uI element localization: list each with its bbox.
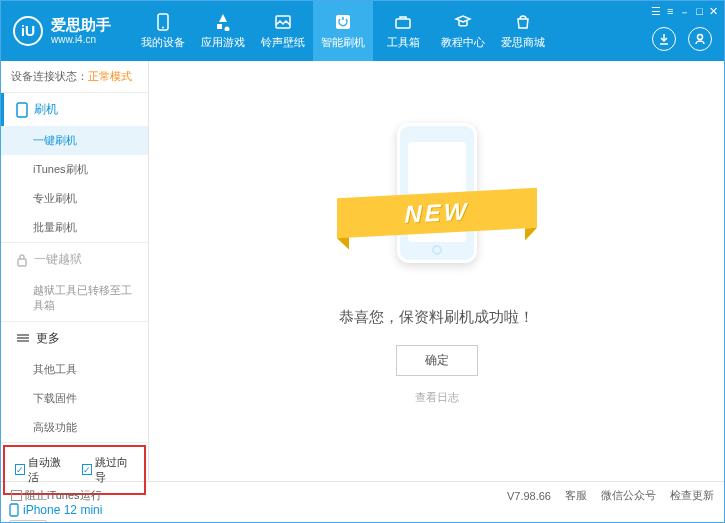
nav-label: 工具箱 [387, 35, 420, 50]
status-label: 设备连接状态： [11, 70, 88, 82]
svg-rect-6 [17, 103, 27, 117]
device-status: 设备连接状态：正常模式 [1, 61, 148, 93]
sidebar-item-itunes-flash[interactable]: iTunes刷机 [1, 155, 148, 184]
jailbreak-note: 越狱工具已转移至工具箱 [1, 276, 148, 321]
sidebar-item-batch-flash[interactable]: 批量刷机 [1, 213, 148, 242]
flash-icon [334, 13, 352, 31]
success-message: 恭喜您，保资料刷机成功啦！ [339, 308, 534, 327]
nav-label: 应用游戏 [201, 35, 245, 50]
status-value: 正常模式 [88, 70, 132, 82]
brand-name: 爱思助手 [51, 16, 111, 34]
nav-apps-games[interactable]: 应用游戏 [193, 1, 253, 61]
user-button[interactable] [688, 27, 712, 51]
checkbox-icon [11, 490, 22, 501]
nav-bar: 我的设备 应用游戏 铃声壁纸 智能刷机 工具箱 教程中心 爱思商城 [133, 1, 553, 61]
check-icon: ✓ [15, 464, 25, 475]
checkbox-label: 跳过向导 [95, 455, 134, 485]
sidebar-item-pro-flash[interactable]: 专业刷机 [1, 184, 148, 213]
new-ribbon: NEW [337, 187, 537, 237]
main-content: NEW 恭喜您，保资料刷机成功啦！ 确定 查看日志 [149, 61, 724, 481]
body: 设备连接状态：正常模式 刷机 一键刷机 iTunes刷机 专业刷机 批量刷机 一… [1, 61, 724, 481]
more-icon [16, 333, 30, 343]
svg-rect-8 [10, 504, 18, 516]
version-label: V7.98.66 [507, 490, 551, 502]
svg-point-5 [698, 35, 703, 40]
view-log-link[interactable]: 查看日志 [415, 390, 459, 405]
lock-icon [16, 253, 28, 267]
nav-smart-flash[interactable]: 智能刷机 [313, 1, 373, 61]
footer-wechat[interactable]: 微信公众号 [601, 488, 656, 503]
wallpaper-icon [274, 13, 292, 31]
section-title: 更多 [36, 330, 60, 347]
sidebar-more-header[interactable]: 更多 [1, 322, 148, 355]
section-title: 一键越狱 [34, 251, 82, 268]
checkbox-label: 阻止iTunes运行 [25, 488, 102, 503]
checkbox-skip-guide[interactable]: ✓ 跳过向导 [82, 455, 135, 485]
window-controls: ☰ ≡ － □ ✕ [651, 5, 718, 20]
ok-button[interactable]: 确定 [396, 345, 478, 376]
nav-my-device[interactable]: 我的设备 [133, 1, 193, 61]
success-illustration: NEW [327, 118, 547, 278]
footer-update[interactable]: 检查更新 [670, 488, 714, 503]
nav-tutorials[interactable]: 教程中心 [433, 1, 493, 61]
menu-icon[interactable]: ☰ [651, 5, 661, 20]
toolbox-icon [394, 13, 412, 31]
maximize-icon[interactable]: □ [696, 5, 703, 20]
check-icon: ✓ [82, 464, 92, 475]
sidebar-item-download-firmware[interactable]: 下载固件 [1, 384, 148, 413]
nav-ringtones[interactable]: 铃声壁纸 [253, 1, 313, 61]
device-name: iPhone 12 mini [23, 503, 102, 517]
checkbox-block-itunes[interactable]: 阻止iTunes运行 [11, 488, 102, 503]
sidebar-jailbreak-header[interactable]: 一键越狱 [1, 243, 148, 276]
nav-toolbox[interactable]: 工具箱 [373, 1, 433, 61]
header: iU 爱思助手 www.i4.cn 我的设备 应用游戏 铃声壁纸 智能刷机 工具… [1, 1, 724, 61]
logo-area: iU 爱思助手 www.i4.cn [1, 16, 123, 46]
sidebar-item-oneclick-flash[interactable]: 一键刷机 [1, 126, 148, 155]
svg-point-1 [162, 26, 164, 28]
device-phone-icon [9, 503, 19, 517]
download-button[interactable] [652, 27, 676, 51]
logo-icon: iU [13, 16, 43, 46]
apps-icon [214, 13, 232, 31]
nav-store[interactable]: 爱思商城 [493, 1, 553, 61]
ribbon-text: NEW [404, 197, 469, 228]
svg-rect-7 [18, 259, 26, 266]
sidebar: 设备连接状态：正常模式 刷机 一键刷机 iTunes刷机 专业刷机 批量刷机 一… [1, 61, 149, 481]
nav-label: 铃声壁纸 [261, 35, 305, 50]
settings-icon[interactable]: ≡ [667, 5, 673, 20]
checkbox-label: 自动激活 [28, 455, 67, 485]
phone-icon [16, 102, 28, 118]
section-title: 刷机 [34, 101, 58, 118]
phone-icon [154, 13, 172, 31]
tutorial-icon [454, 13, 472, 31]
nav-label: 智能刷机 [321, 35, 365, 50]
footer-service[interactable]: 客服 [565, 488, 587, 503]
sidebar-item-advanced[interactable]: 高级功能 [1, 413, 148, 442]
minimize-icon[interactable]: － [679, 5, 690, 20]
header-right [652, 27, 712, 51]
nav-label: 教程中心 [441, 35, 485, 50]
checkbox-auto-activate[interactable]: ✓ 自动激活 [15, 455, 68, 485]
store-icon [514, 13, 532, 31]
svg-rect-4 [396, 19, 410, 28]
close-icon[interactable]: ✕ [709, 5, 718, 20]
sidebar-flash-header[interactable]: 刷机 [1, 93, 148, 126]
nav-label: 我的设备 [141, 35, 185, 50]
sidebar-item-other-tools[interactable]: 其他工具 [1, 355, 148, 384]
nav-label: 爱思商城 [501, 35, 545, 50]
brand-site: www.i4.cn [51, 34, 111, 46]
